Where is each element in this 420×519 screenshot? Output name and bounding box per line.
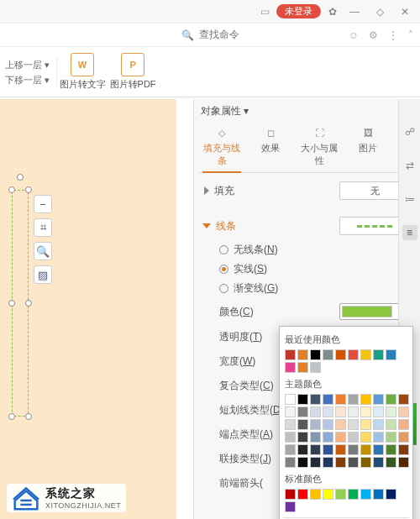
color-swatch[interactable] — [297, 362, 308, 373]
color-swatch[interactable] — [285, 432, 296, 443]
sidestrip-sliders-icon[interactable]: ≡ — [402, 225, 417, 240]
img-to-pdf-button[interactable]: P 图片转PDF — [108, 51, 158, 92]
color-swatch[interactable] — [323, 457, 333, 468]
color-swatch[interactable] — [398, 394, 409, 405]
color-swatch[interactable] — [348, 444, 359, 455]
hatch-button[interactable]: ▨ — [34, 265, 52, 284]
color-swatch[interactable] — [360, 489, 371, 500]
color-swatch[interactable] — [285, 444, 296, 455]
color-swatch[interactable] — [348, 349, 359, 360]
more-menu-icon[interactable]: ⋮ — [388, 29, 398, 41]
resize-handle[interactable] — [25, 300, 32, 307]
color-swatch[interactable] — [310, 362, 321, 373]
tab-image[interactable]: 🖼图片 — [345, 123, 391, 172]
color-swatch[interactable] — [335, 489, 346, 500]
color-swatch[interactable] — [310, 419, 321, 430]
color-swatch[interactable] — [323, 406, 333, 417]
expand-icon[interactable] — [204, 186, 209, 195]
sidestrip-link-icon[interactable]: ☍ — [402, 124, 417, 139]
login-pill[interactable]: 未登录 — [276, 4, 321, 18]
tab-fill-line[interactable]: ◇填充与线条 — [199, 123, 244, 172]
color-swatch[interactable] — [310, 457, 321, 468]
tab-size-prop[interactable]: ⛶大小与属性 — [297, 123, 342, 172]
color-swatch[interactable] — [373, 406, 384, 417]
img-to-text-button[interactable]: W 图片转文字 — [57, 51, 108, 92]
color-swatch[interactable] — [360, 457, 371, 468]
color-swatch[interactable] — [323, 394, 333, 405]
color-swatch[interactable] — [398, 444, 409, 455]
color-swatch[interactable] — [285, 349, 296, 360]
color-swatch[interactable] — [323, 489, 333, 500]
color-swatch[interactable] — [386, 432, 396, 443]
color-swatch[interactable] — [297, 489, 308, 500]
color-swatch[interactable] — [285, 394, 296, 405]
color-swatch[interactable] — [348, 489, 359, 500]
color-swatch[interactable] — [360, 394, 371, 405]
color-swatch[interactable] — [285, 419, 296, 430]
color-swatch[interactable] — [386, 394, 396, 405]
color-swatch[interactable] — [285, 501, 296, 512]
skin-icon[interactable]: ✿ — [326, 5, 339, 18]
color-swatch[interactable] — [323, 432, 333, 443]
color-swatch[interactable] — [373, 457, 384, 468]
color-swatch[interactable] — [348, 406, 359, 417]
smiley-icon[interactable]: ☺ — [349, 29, 359, 41]
color-swatch[interactable] — [348, 432, 359, 443]
color-swatch[interactable] — [297, 419, 308, 430]
color-swatch[interactable] — [348, 394, 359, 405]
screen-icon[interactable]: ▭ — [258, 5, 271, 18]
bring-forward[interactable]: 上移一层 ▾ — [5, 57, 50, 72]
zoom-button[interactable]: 🔍 — [34, 242, 52, 260]
zoom-out-button[interactable]: − — [34, 195, 52, 213]
color-swatch[interactable] — [335, 457, 346, 468]
color-swatch[interactable] — [335, 444, 346, 455]
color-swatch[interactable] — [335, 406, 346, 417]
sidestrip-share-icon[interactable]: ⇄ — [402, 158, 417, 173]
color-swatch[interactable] — [386, 406, 396, 417]
color-swatch[interactable] — [348, 419, 359, 430]
color-swatch[interactable] — [386, 419, 396, 430]
collapse-icon[interactable] — [202, 223, 211, 228]
color-swatch[interactable] — [310, 489, 321, 500]
color-swatch[interactable] — [360, 349, 371, 360]
color-swatch[interactable] — [335, 349, 346, 360]
color-swatch[interactable] — [335, 419, 346, 430]
color-swatch[interactable] — [398, 419, 409, 430]
color-swatch[interactable] — [335, 394, 346, 405]
color-swatch[interactable] — [348, 457, 359, 468]
color-swatch[interactable] — [360, 419, 371, 430]
color-swatch[interactable] — [360, 432, 371, 443]
color-swatch[interactable] — [335, 432, 346, 443]
radio-no-line[interactable]: 无线条(N) — [204, 240, 410, 260]
color-swatch[interactable] — [373, 394, 384, 405]
color-swatch[interactable] — [297, 394, 308, 405]
sidestrip-align-icon[interactable]: ≔ — [402, 191, 417, 207]
color-swatch[interactable] — [285, 362, 296, 373]
color-swatch[interactable] — [297, 432, 308, 443]
color-swatch[interactable] — [310, 406, 321, 417]
canvas[interactable]: − ⌗ 🔍 ▨ — [0, 99, 193, 519]
color-swatch[interactable] — [285, 457, 296, 468]
color-swatch[interactable] — [323, 349, 333, 360]
rotate-handle[interactable] — [17, 174, 24, 181]
resize-handle[interactable] — [8, 413, 15, 420]
radio-gradient-line[interactable]: 渐变线(G) — [204, 279, 410, 298]
color-swatch[interactable] — [297, 349, 308, 360]
resize-handle[interactable] — [25, 186, 32, 193]
color-swatch[interactable] — [297, 406, 308, 417]
chevron-up-icon[interactable]: ˄ — [408, 29, 413, 41]
color-swatch[interactable] — [386, 457, 396, 468]
color-swatch[interactable] — [360, 406, 371, 417]
color-swatch[interactable] — [323, 444, 333, 455]
resize-handle[interactable] — [8, 300, 15, 307]
send-backward[interactable]: 下移一层 ▾ — [5, 72, 50, 87]
color-swatch[interactable] — [373, 349, 384, 360]
resize-handle[interactable] — [8, 186, 15, 193]
color-swatch[interactable] — [323, 419, 333, 430]
color-swatch[interactable] — [398, 406, 409, 417]
color-swatch[interactable] — [310, 432, 321, 443]
window-restore[interactable]: ◇ — [370, 6, 390, 18]
color-swatch[interactable] — [285, 406, 296, 417]
selected-shape[interactable] — [12, 190, 29, 417]
color-swatch[interactable] — [310, 444, 321, 455]
